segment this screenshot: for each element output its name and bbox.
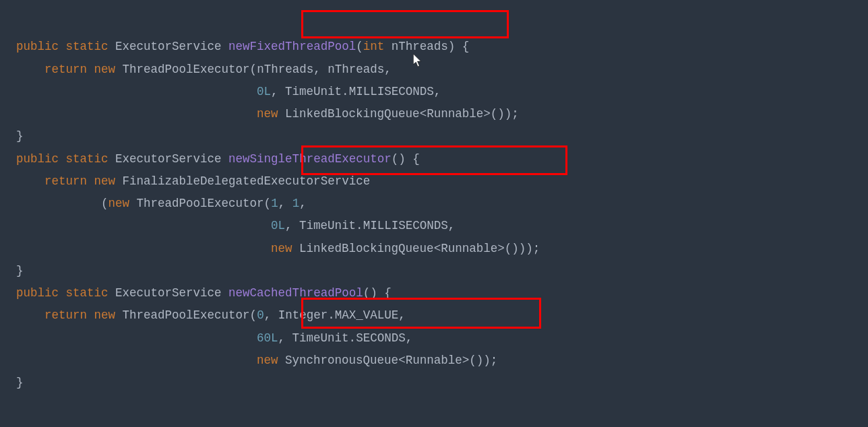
type-finalizabledelegatedexecutorservice: FinalizableDelegatedExecutorService [123,174,371,188]
param-nthreads: nThreads [392,40,448,53]
code-line: } [16,264,24,277]
type-timeunit: TimeUnit [292,331,349,345]
code-line: return new FinalizableDelegatedExecutorS… [16,174,370,188]
paren-open: ( [250,308,257,322]
paren-close-brace-open: ) { [448,40,470,53]
code-line: public static ExecutorService newFixedTh… [16,40,469,53]
angle-close: > [497,242,505,255]
literal-0L: 0L [257,85,271,98]
paren-close-semi: ()); [469,354,497,367]
literal-0: 0 [257,308,264,322]
keyword-new: new [257,354,278,367]
keyword-return: return [44,174,87,188]
paren-close-semi: ()); [491,107,519,121]
angle-close: > [462,354,470,367]
method-newsinglethreadexecutor: newSingleThreadExecutor [228,152,392,166]
type-runnable: Runnable [427,107,483,121]
type-runnable: Runnable [441,242,497,255]
arg-nthreads: nThreads [328,63,384,76]
arg-nthreads: nThreads [257,63,313,76]
type-executorservice: ExecutorService [115,152,222,166]
comma: , [448,219,456,232]
paren-open: ( [101,197,108,210]
comma: , [313,63,328,76]
angle-open: < [420,107,427,121]
comma: , [384,63,392,76]
code-line: return new ThreadPoolExecutor(0, Integer… [16,308,406,322]
enum-milliseconds: MILLISECONDS [363,219,448,232]
type-integer: Integer [278,308,328,322]
comma: , [406,331,413,345]
code-editor-viewport[interactable]: public static ExecutorService newFixedTh… [16,13,852,394]
code-line: return new ThreadPoolExecutor(nThreads, … [16,63,392,76]
literal-60L: 60L [257,331,278,345]
type-timeunit: TimeUnit [285,85,342,98]
comma: , [278,197,292,210]
literal-0L: 0L [271,219,285,232]
dot: . [328,308,335,322]
comma: , [264,308,278,322]
type-executorservice: ExecutorService [115,40,222,53]
brace-close: } [16,129,24,143]
keyword-static: static [66,286,108,300]
brace-close: } [16,264,24,277]
dot: . [342,85,349,98]
comma: , [271,85,285,98]
dot: . [349,331,356,345]
enum-seconds: SECONDS [356,331,406,345]
code-line: new SynchronousQueue<Runnable>()); [16,354,497,367]
code-line: 0L, TimeUnit.MILLISECONDS, [16,219,455,232]
angle-open: < [398,354,406,367]
keyword-int: int [363,40,385,53]
comma: , [285,219,299,232]
method-newfixedthreadpool: newFixedThreadPool [228,40,356,53]
paren-brace: () { [392,152,420,166]
keyword-static: static [66,152,108,166]
literal-1: 1 [292,197,300,210]
comma: , [278,331,292,345]
code-line: } [16,376,24,389]
type-timeunit: TimeUnit [299,219,356,232]
literal-1: 1 [271,197,278,210]
type-executorservice: ExecutorService [115,286,222,300]
type-threadpoolexecutor: ThreadPoolExecutor [123,63,250,76]
brace-close: } [16,376,24,389]
enum-milliseconds: MILLISECONDS [349,85,434,98]
code-line: new LinkedBlockingQueue<Runnable>())); [16,242,540,255]
keyword-public: public [16,286,59,300]
paren-open: ( [264,197,272,210]
keyword-new: new [94,174,116,188]
angle-close: > [483,107,491,121]
keyword-new: new [94,63,116,76]
comma: , [299,197,307,210]
code-line: (new ThreadPoolExecutor(1, 1, [16,197,307,210]
code-line: public static ExecutorService newSingleT… [16,152,420,166]
type-synchronousqueue: SynchronousQueue [285,354,398,367]
keyword-return: return [44,63,87,76]
angle-open: < [434,242,441,255]
code-line: new LinkedBlockingQueue<Runnable>()); [16,107,519,121]
keyword-public: public [16,40,59,53]
keyword-return: return [44,308,87,322]
keyword-new: new [94,308,116,322]
code-line: 60L, TimeUnit.SECONDS, [16,331,412,345]
keyword-static: static [66,40,108,53]
code-line: } [16,129,24,143]
comma: , [434,85,441,98]
paren-open: ( [250,63,257,76]
type-threadpoolexecutor: ThreadPoolExecutor [123,308,250,322]
type-runnable: Runnable [406,354,462,367]
code-line: 0L, TimeUnit.MILLISECONDS, [16,85,441,98]
keyword-new: new [271,242,292,255]
paren-open: ( [356,40,363,53]
paren-brace: () { [363,286,392,300]
code-line: public static ExecutorService newCachedT… [16,286,392,300]
comma: , [398,308,406,322]
method-newcachedthreadpool: newCachedThreadPool [228,286,363,300]
constant-maxvalue: MAX_VALUE [335,308,399,322]
type-linkedblockingqueue: LinkedBlockingQueue [299,242,434,255]
keyword-new: new [257,107,278,121]
paren-close-semi: ())); [505,242,540,255]
type-linkedblockingqueue: LinkedBlockingQueue [285,107,420,121]
keyword-new: new [108,197,130,210]
